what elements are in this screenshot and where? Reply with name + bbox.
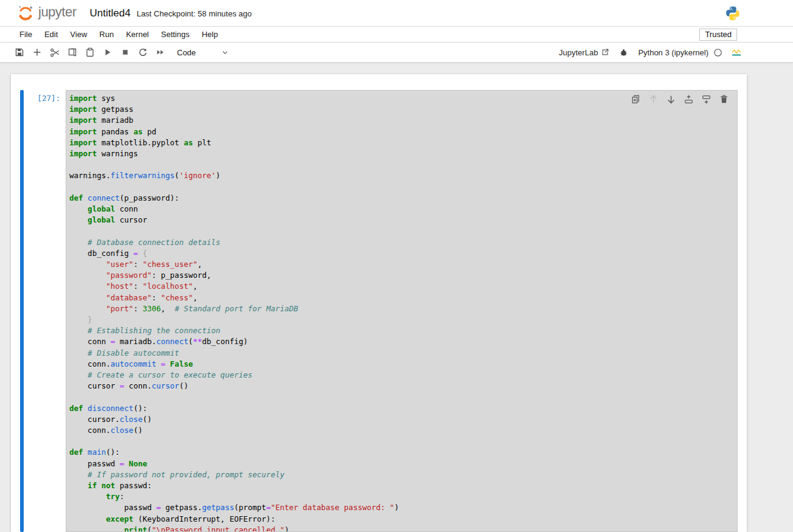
insert-below-icon bbox=[701, 94, 712, 105]
code-line: conn = mariadb.connect(**db_config) bbox=[69, 336, 737, 347]
kernel-activity-icon bbox=[731, 48, 742, 57]
cell-type-dropdown[interactable]: Code bbox=[177, 48, 229, 57]
code-line: def connect(p_password): bbox=[69, 193, 737, 204]
menu-edit[interactable]: Edit bbox=[38, 29, 64, 40]
menu-bar: File Edit View Run Kernel Settings Help … bbox=[0, 27, 793, 43]
code-line: warnings.filterwarnings('ignore') bbox=[69, 170, 737, 181]
code-line: try: bbox=[69, 491, 737, 502]
cell-toolbar bbox=[629, 93, 730, 105]
code-line bbox=[69, 226, 737, 237]
code-line: global conn bbox=[69, 204, 737, 215]
code-line: "user": "chess_user", bbox=[69, 259, 737, 270]
kernel-name[interactable]: Python 3 (ipykernel) bbox=[638, 48, 708, 57]
cell-type-value: Code bbox=[177, 48, 196, 57]
code-line: "port": 3306, # Standard port for MariaD… bbox=[69, 303, 737, 314]
scissors-icon bbox=[50, 47, 60, 58]
code-line: import matplotlib.pyplot as plt bbox=[69, 137, 737, 148]
save-button[interactable] bbox=[11, 44, 28, 60]
insert-cell-button[interactable] bbox=[29, 44, 46, 60]
paste-cells-button[interactable] bbox=[81, 44, 99, 60]
menu-run[interactable]: Run bbox=[93, 29, 120, 40]
duplicate-cell-button[interactable] bbox=[629, 93, 642, 105]
move-cell-down-button[interactable] bbox=[665, 93, 677, 105]
code-line: cursor = conn.cursor() bbox=[69, 381, 737, 392]
code-line: cursor.close() bbox=[69, 414, 737, 425]
stop-icon bbox=[120, 47, 130, 57]
code-line: conn.close() bbox=[69, 425, 737, 436]
code-line: passwd = None bbox=[69, 458, 737, 469]
python-kernel-logo-icon bbox=[725, 5, 741, 21]
code-line bbox=[69, 392, 737, 402]
save-icon bbox=[15, 47, 24, 57]
copy-icon bbox=[68, 47, 77, 57]
jupyterlab-link-label: JupyterLab bbox=[559, 48, 598, 57]
code-line: import getpass bbox=[69, 104, 737, 115]
code-line: "password": p_password, bbox=[69, 270, 737, 281]
code-line: "database": "chess", bbox=[69, 292, 737, 303]
cut-cells-button[interactable] bbox=[46, 44, 63, 60]
code-line bbox=[69, 182, 737, 193]
code-line: conn.autocommit = False bbox=[69, 359, 737, 370]
execution-count: [27]: bbox=[24, 90, 66, 532]
menu-file[interactable]: File bbox=[13, 29, 38, 40]
insert-cell-above-button[interactable] bbox=[682, 93, 694, 105]
menu-settings[interactable]: Settings bbox=[155, 29, 196, 40]
restart-kernel-button[interactable] bbox=[134, 44, 151, 60]
trash-icon bbox=[719, 94, 729, 105]
delete-cell-button[interactable] bbox=[718, 93, 730, 105]
notebook-title[interactable]: Untitled4 bbox=[90, 7, 131, 19]
paste-icon bbox=[85, 47, 95, 57]
toolbar-right-group: JupyterLab Python 3 (ipykernel) bbox=[559, 48, 793, 57]
jupyter-logo[interactable]: jupyter bbox=[16, 4, 77, 22]
code-line: import pandas as pd bbox=[69, 126, 737, 137]
code-line bbox=[69, 159, 737, 170]
notebook-panel: [27]: import sysimport getpassimport mar… bbox=[11, 74, 747, 532]
menu-kernel[interactable]: Kernel bbox=[120, 29, 155, 40]
code-line: def disconnect(): bbox=[69, 403, 737, 414]
checkpoint-text: Last Checkpoint: 58 minutes ago bbox=[137, 9, 252, 18]
chevron-down-icon bbox=[221, 48, 229, 57]
notebook-scroll-area[interactable]: [27]: import sysimport getpassimport mar… bbox=[0, 63, 793, 532]
code-cell[interactable]: [27]: import sysimport getpassimport mar… bbox=[11, 74, 747, 532]
restart-run-all-button[interactable] bbox=[152, 44, 169, 60]
jupyter-wordmark: jupyter bbox=[38, 4, 77, 20]
move-cell-up-button[interactable] bbox=[647, 93, 659, 105]
fast-forward-icon bbox=[156, 47, 165, 57]
insert-cell-below-button[interactable] bbox=[700, 93, 712, 105]
code-line: except (KeyboardInterrupt, EOFError): bbox=[69, 514, 737, 525]
code-editor-content[interactable]: import sysimport getpassimport mariadbim… bbox=[69, 93, 737, 532]
external-link-icon bbox=[601, 48, 609, 57]
plus-icon bbox=[32, 47, 42, 57]
trusted-button[interactable]: Trusted bbox=[699, 29, 737, 41]
interrupt-kernel-button[interactable] bbox=[117, 44, 134, 60]
move-up-icon bbox=[648, 94, 659, 105]
code-line: global cursor bbox=[69, 215, 737, 226]
restart-icon bbox=[138, 47, 148, 57]
code-line: # If password not provided, prompt secur… bbox=[69, 469, 737, 480]
menu-view[interactable]: View bbox=[64, 29, 93, 40]
code-line: } bbox=[69, 314, 737, 325]
menu-help[interactable]: Help bbox=[196, 29, 224, 40]
code-line: # Create a cursor to execute queries bbox=[69, 370, 737, 381]
move-down-icon bbox=[666, 94, 676, 105]
code-line: passwd = getpass.getpass(prompt="Enter d… bbox=[69, 502, 737, 513]
code-line: def main(): bbox=[69, 447, 737, 458]
code-line: print("\nPassword input cancelled.") bbox=[69, 525, 737, 532]
jupyter-logo-icon bbox=[16, 4, 35, 22]
kernel-status-icon bbox=[713, 48, 722, 57]
code-line: import warnings bbox=[69, 148, 737, 159]
code-editor[interactable]: import sysimport getpassimport mariadbim… bbox=[66, 90, 738, 532]
copy-cells-button[interactable] bbox=[64, 44, 81, 60]
debugger-bug-icon[interactable] bbox=[619, 48, 628, 57]
jupyterlab-link[interactable]: JupyterLab bbox=[559, 48, 609, 57]
code-line bbox=[69, 436, 737, 447]
code-line: import mariadb bbox=[69, 115, 737, 126]
code-line: db_config = { bbox=[69, 248, 737, 259]
code-line: # Database connection details bbox=[69, 237, 737, 248]
code-line: # Disable autocommit bbox=[69, 348, 737, 359]
code-line: # Establishing the connection bbox=[69, 325, 737, 336]
insert-above-icon bbox=[684, 94, 694, 105]
run-icon bbox=[103, 47, 113, 57]
run-cell-button[interactable] bbox=[99, 44, 116, 60]
title-bar: jupyter Untitled4 Last Checkpoint: 58 mi… bbox=[0, 0, 793, 27]
